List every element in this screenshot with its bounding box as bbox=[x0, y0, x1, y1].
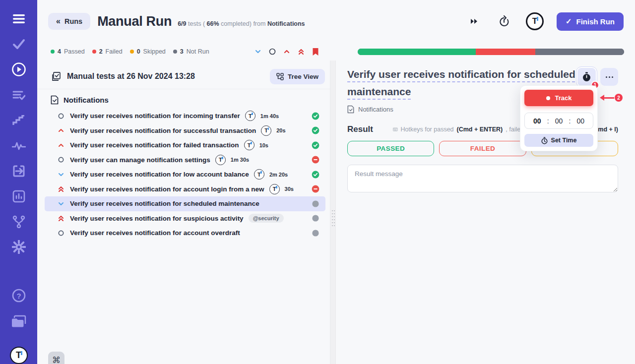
double-chevron-up-icon[interactable] bbox=[297, 47, 306, 56]
automation-logo-icon: T bbox=[244, 140, 254, 150]
bookmark-icon[interactable] bbox=[311, 47, 320, 56]
arrow-head-icon bbox=[600, 95, 604, 101]
run-progress-bar bbox=[358, 49, 624, 55]
test-status-icon bbox=[312, 200, 319, 208]
test-row[interactable]: Verify user receives notification for lo… bbox=[45, 167, 325, 182]
completed-word: completed) from bbox=[221, 20, 265, 27]
hours-field[interactable]: 00 bbox=[533, 117, 541, 125]
import-icon[interactable] bbox=[11, 164, 26, 178]
tests-word: tests ( bbox=[188, 20, 205, 27]
pulse-icon[interactable] bbox=[11, 139, 26, 152]
analytics-icon[interactable] bbox=[11, 189, 26, 203]
files-folder-icon[interactable] bbox=[11, 314, 26, 328]
more-options-button[interactable] bbox=[600, 68, 618, 86]
settings-gear-icon[interactable] bbox=[11, 240, 26, 254]
test-status-icon bbox=[312, 112, 319, 120]
annotation-arrow: 2 bbox=[600, 94, 623, 102]
test-row[interactable]: Verify user can manage notification sett… bbox=[45, 153, 325, 168]
set-time-label: Set Time bbox=[551, 137, 577, 144]
chevron-down-icon[interactable] bbox=[254, 47, 262, 56]
test-status-icon bbox=[312, 141, 319, 149]
help-icon[interactable]: ? bbox=[11, 289, 26, 303]
separator bbox=[37, 89, 330, 89]
failed-label: Failed bbox=[106, 48, 123, 55]
tree-view-label: Tree View bbox=[288, 73, 318, 80]
menu-icon[interactable] bbox=[11, 12, 26, 25]
suite-group-label: Notifications bbox=[64, 96, 109, 104]
track-button[interactable]: Track bbox=[524, 90, 593, 106]
timer-button[interactable]: 1 bbox=[576, 67, 597, 87]
status-bar: 4 Passed 2 Failed 0 Skipped 3 Not Run bbox=[37, 43, 635, 61]
test-row[interactable]: Verify user receives notification for su… bbox=[45, 211, 325, 226]
test-row-title: Verify user can manage notification sett… bbox=[70, 156, 210, 164]
test-row[interactable]: Verify user receives notification for sc… bbox=[45, 196, 325, 211]
run-play-icon[interactable] bbox=[11, 62, 26, 76]
panel-resizer[interactable] bbox=[330, 61, 336, 364]
test-row[interactable]: Verify user receives notification for ac… bbox=[45, 182, 325, 197]
test-row-title: Verify user receives notification for in… bbox=[70, 112, 240, 120]
suite-group-row[interactable]: Notifications bbox=[51, 95, 330, 105]
passed-value: 4 bbox=[58, 48, 61, 55]
test-row-title: Verify user receives notification for ac… bbox=[70, 185, 264, 193]
tests-check-icon[interactable] bbox=[11, 37, 26, 51]
time-separator: : bbox=[569, 117, 571, 125]
test-row[interactable]: Verify user receives notification for ac… bbox=[45, 226, 325, 241]
priority-icon bbox=[57, 156, 65, 164]
tree-view-button[interactable]: Tree View bbox=[270, 69, 325, 84]
failed-value: 2 bbox=[99, 48, 103, 55]
fast-forward-icon[interactable] bbox=[467, 14, 481, 28]
keyboard-icon bbox=[393, 126, 398, 133]
branches-icon[interactable] bbox=[11, 215, 26, 228]
automation-logo-icon: T bbox=[261, 125, 271, 136]
automation-logo-icon: T bbox=[269, 184, 280, 194]
notrun-value: 3 bbox=[180, 48, 184, 55]
chevron-up-icon[interactable] bbox=[282, 47, 291, 56]
test-list: Verify user receives notification for in… bbox=[37, 109, 330, 241]
seconds-field[interactable]: 00 bbox=[576, 117, 584, 125]
back-chevron-icon: « bbox=[56, 17, 61, 26]
failed-count: 2 Failed bbox=[92, 48, 123, 55]
steps-icon[interactable] bbox=[11, 114, 26, 127]
hotkeys-text: Hotkeys for passed bbox=[401, 126, 454, 133]
failed-button[interactable]: FAILED bbox=[439, 141, 526, 156]
account-logo[interactable]: T bbox=[526, 12, 544, 30]
back-to-runs-button[interactable]: « Runs bbox=[48, 13, 90, 30]
test-row-title: Verify user receives notification for sc… bbox=[70, 200, 259, 207]
logo-tick bbox=[21, 351, 22, 355]
set-time-icon bbox=[541, 137, 548, 144]
notrun-label: Not Run bbox=[187, 48, 209, 55]
annotation-badge-2: 2 bbox=[615, 94, 623, 102]
test-duration: 20s bbox=[276, 127, 285, 133]
test-tag: @security bbox=[249, 214, 284, 223]
tests-fraction: 6/9 bbox=[178, 20, 186, 27]
test-row[interactable]: Verify user receives notification for fa… bbox=[45, 138, 325, 153]
test-duration: 1m 30s bbox=[231, 157, 249, 163]
dots-icon bbox=[606, 76, 607, 78]
automation-logo-icon: T bbox=[245, 111, 255, 121]
breadcrumb-file-icon bbox=[347, 105, 354, 114]
time-input[interactable]: 00 : 00 : 00 bbox=[524, 113, 593, 129]
restart-timer-icon[interactable] bbox=[497, 14, 511, 28]
set-time-button[interactable]: Set Time bbox=[524, 134, 593, 147]
test-row[interactable]: Verify user receives notification for su… bbox=[45, 123, 325, 138]
skipped-value: 0 bbox=[137, 48, 140, 55]
finish-run-button[interactable]: ✓ Finish Run bbox=[557, 12, 624, 31]
sidebar: ? T bbox=[0, 0, 37, 364]
minutes-field[interactable]: 00 bbox=[555, 117, 563, 125]
command-key-button[interactable]: ⌘ bbox=[48, 352, 64, 364]
hotkey-passed: (Cmd + ENTER) bbox=[457, 126, 503, 133]
circle-priority-icon[interactable] bbox=[268, 47, 277, 56]
app-logo[interactable]: T bbox=[10, 347, 28, 364]
notrun-dot-icon bbox=[173, 50, 177, 54]
resizer-grip-icon[interactable] bbox=[331, 209, 335, 228]
track-label: Track bbox=[555, 94, 572, 102]
test-row-title: Verify user receives notification for ac… bbox=[70, 229, 240, 237]
progress-segment-notrun bbox=[535, 49, 624, 55]
priority-icon bbox=[57, 214, 65, 222]
svg-text:?: ? bbox=[16, 292, 21, 300]
topbar: « Runs Manual Run 6/9 tests ( 66% comple… bbox=[37, 0, 635, 43]
test-plans-icon[interactable] bbox=[11, 88, 26, 102]
passed-button[interactable]: PASSED bbox=[347, 141, 434, 156]
test-row[interactable]: Verify user receives notification for in… bbox=[45, 109, 325, 123]
result-message-input[interactable] bbox=[347, 165, 618, 192]
